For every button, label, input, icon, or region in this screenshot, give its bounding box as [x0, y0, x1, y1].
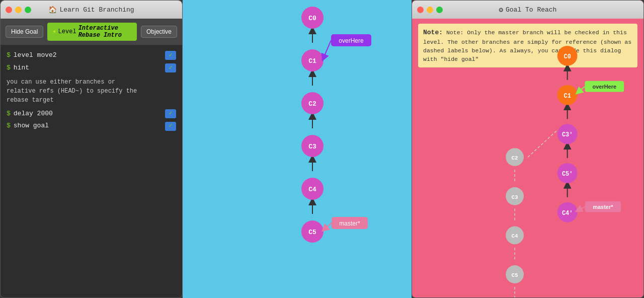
cmd-row-3: $ delay 2000 ✓ — [7, 109, 176, 119]
cmd-row-1: $ level move2 ✓ — [7, 50, 176, 61]
toolbar: Hide Goal ⚡ Level Interactive Rebase Int… — [1, 19, 182, 45]
svg-text:C1: C1 — [308, 57, 316, 65]
prompt-1: $ — [7, 50, 11, 61]
svg-line-38 — [579, 87, 585, 92]
home-icon: 🏠 — [48, 6, 57, 14]
right-traffic-lights — [417, 7, 443, 13]
objective-button[interactable]: Objective — [141, 26, 177, 38]
svg-text:master*: master* — [339, 220, 360, 227]
right-title: ⚙ Goal To Reach — [499, 6, 557, 14]
right-titlebar: ⚙ Goal To Reach — [412, 1, 643, 19]
level-badge: ⚡ Level Interactive Rebase Intro — [47, 23, 137, 41]
cmd-level-move2: level move2 — [14, 50, 57, 61]
minimize-button[interactable] — [15, 7, 22, 13]
level-prefix: Level — [58, 28, 76, 35]
svg-text:C0: C0 — [308, 15, 316, 22]
checkmark-2: ✓ — [169, 63, 172, 73]
center-git-graph: C0 C1 overHere C2 C3 C4 C5 master* — [183, 0, 412, 298]
right-close-button[interactable] — [417, 7, 424, 13]
checkmark-1: ✓ — [169, 51, 172, 60]
svg-text:C4': C4' — [562, 210, 573, 217]
checkbox-2[interactable]: ✓ — [165, 63, 176, 72]
svg-text:C0: C0 — [564, 53, 571, 60]
svg-text:overHere: overHere — [593, 84, 616, 90]
traffic-lights — [6, 7, 31, 13]
svg-line-22 — [325, 223, 332, 229]
svg-text:C4: C4 — [308, 186, 316, 193]
prompt-2: $ — [7, 63, 11, 73]
svg-text:C5': C5' — [562, 171, 573, 178]
right-content: Note: Note: Only the master branch will … — [412, 24, 643, 298]
cmd-row-4: $ show goal ✓ — [7, 121, 176, 131]
svg-text:overHere: overHere — [339, 37, 364, 44]
hide-goal-button[interactable]: Hide Goal — [6, 26, 43, 38]
terminal: $ level move2 ✓ $ hint ✓ you can use eit… — [1, 45, 182, 138]
prompt-3: $ — [7, 109, 11, 119]
svg-text:C3': C3' — [562, 131, 573, 138]
svg-text:C4: C4 — [512, 233, 519, 239]
lightning-icon: ⚡ — [52, 28, 56, 36]
right-minimize-button[interactable] — [427, 7, 433, 13]
maximize-button[interactable] — [25, 7, 31, 13]
left-panel: 🏠 Learn Git Branching Hide Goal ⚡ Level … — [0, 0, 183, 298]
right-maximize-button[interactable] — [436, 7, 443, 13]
right-panel: ⚙ Goal To Reach Note: Note: Only the mas… — [412, 0, 644, 298]
cmd-row-2: $ hint ✓ — [7, 63, 176, 73]
svg-line-31 — [526, 131, 556, 159]
svg-text:C1: C1 — [564, 93, 571, 100]
checkbox-1[interactable]: ✓ — [165, 51, 176, 60]
svg-text:C3: C3 — [512, 194, 519, 200]
left-title: 🏠 Learn Git Branching — [48, 6, 134, 14]
gear-icon: ⚙ — [499, 6, 503, 14]
svg-text:C5: C5 — [512, 272, 518, 278]
svg-text:C2: C2 — [308, 100, 316, 108]
checkmark-4: ✓ — [169, 121, 172, 131]
checkbox-3[interactable]: ✓ — [165, 109, 176, 118]
close-button[interactable] — [6, 7, 12, 13]
checkbox-4[interactable]: ✓ — [165, 122, 176, 131]
cmd-show-goal: show goal — [14, 121, 49, 131]
level-name: Interactive Rebase Intro — [78, 25, 132, 39]
left-titlebar: 🏠 Learn Git Branching — [1, 1, 182, 19]
svg-line-11 — [324, 40, 331, 58]
checkmark-3: ✓ — [169, 109, 172, 118]
cmd-hint: hint — [14, 63, 29, 73]
center-panel: C0 C1 overHere C2 C3 C4 C5 master* — [183, 0, 412, 298]
prompt-4: $ — [7, 121, 11, 131]
svg-text:C2: C2 — [512, 155, 518, 161]
svg-text:C5: C5 — [308, 229, 316, 236]
right-git-graph: C0 C1 overHere C3' C5' C4' master* C2 — [412, 24, 643, 298]
svg-text:master*: master* — [593, 204, 613, 210]
svg-text:C3: C3 — [308, 143, 316, 151]
cmd-delay: delay 2000 — [14, 109, 53, 119]
svg-line-47 — [579, 207, 585, 210]
hint-comment: you can use either branches or relative … — [7, 78, 176, 105]
